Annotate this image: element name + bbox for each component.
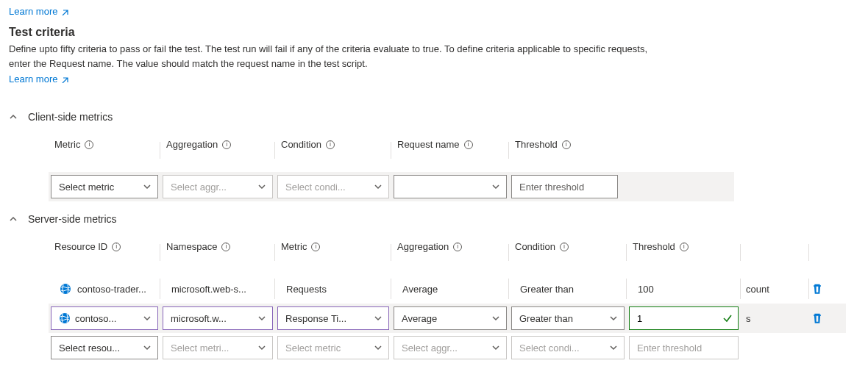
metric-dropdown[interactable]: Select metric <box>51 175 158 198</box>
chevron-down-icon <box>491 314 500 323</box>
namespace-dropdown[interactable]: microsoft.w... <box>163 306 273 330</box>
info-icon[interactable]: i <box>311 243 320 251</box>
namespace-value: microsoft.web-s... <box>163 278 246 301</box>
chevron-down-icon <box>374 314 383 323</box>
chevron-down-icon <box>374 343 383 352</box>
th-metric: Metrici <box>49 129 160 172</box>
metric-dropdown[interactable]: Response Ti... <box>277 306 389 330</box>
th-threshold: Thresholdi <box>627 231 741 274</box>
th-metric: Metrici <box>275 231 391 274</box>
info-icon[interactable]: i <box>222 140 231 149</box>
th-aggregation: Aggregationi <box>391 231 509 274</box>
chevron-down-icon <box>609 314 618 323</box>
section-toggle-server[interactable]: Server-side metrics <box>9 201 859 231</box>
aggregation-dropdown[interactable]: Average <box>394 306 507 330</box>
chevron-up-icon <box>9 112 18 121</box>
condition-dropdown[interactable]: Greater than <box>511 306 625 330</box>
globe-icon <box>60 283 71 295</box>
learn-more-label: Learn more <box>9 6 57 17</box>
metric-dropdown: Select metric <box>277 336 389 359</box>
request-name-dropdown[interactable] <box>394 175 507 198</box>
learn-more-link-top[interactable]: Learn more <box>9 6 68 17</box>
aggregation-dropdown: Select aggr... <box>394 336 507 359</box>
info-icon[interactable]: i <box>112 243 121 251</box>
valid-check-icon <box>722 313 733 323</box>
condition-value: Greater than <box>511 278 574 301</box>
condition-dropdown: Select condi... <box>277 175 389 198</box>
threshold-input[interactable] <box>511 175 618 198</box>
client-metrics-table: Metrici Aggregationi Conditioni Request … <box>49 129 859 201</box>
resource-value: contoso-trader... <box>51 277 146 301</box>
th-condition: Conditioni <box>509 231 627 274</box>
th-resource-id: Resource IDi <box>49 231 160 274</box>
page-title: Test criteria <box>9 26 859 39</box>
section-server-title: Server-side metrics <box>28 213 117 225</box>
server-metrics-table: Resource IDi Namespacei Metrici Aggregat… <box>49 231 859 362</box>
aggregation-dropdown: Select aggr... <box>163 175 273 198</box>
info-icon[interactable]: i <box>85 140 93 149</box>
metric-value: Requests <box>277 278 327 301</box>
chevron-down-icon <box>143 343 152 352</box>
external-link-icon <box>60 75 68 83</box>
delete-row-icon[interactable] <box>811 283 823 295</box>
chevron-down-icon <box>609 343 618 352</box>
chevron-down-icon <box>257 314 266 323</box>
chevron-down-icon <box>257 343 266 352</box>
chevron-down-icon <box>143 314 152 323</box>
th-condition: Conditioni <box>275 129 391 172</box>
info-icon[interactable]: i <box>680 243 689 251</box>
section-client-title: Client-side metrics <box>28 111 113 123</box>
threshold-value: 100 <box>629 278 654 301</box>
info-icon[interactable]: i <box>562 140 571 149</box>
th-unit <box>741 231 809 274</box>
chevron-down-icon <box>491 182 500 191</box>
info-icon[interactable]: i <box>326 140 335 149</box>
page-description: Define upto fifty criteria to pass or fa… <box>9 42 671 71</box>
th-namespace: Namespacei <box>160 231 275 274</box>
external-link-icon <box>60 7 68 15</box>
info-icon[interactable]: i <box>453 243 462 251</box>
globe-icon <box>59 312 71 324</box>
threshold-input <box>629 336 739 359</box>
resource-dropdown[interactable]: contoso... <box>51 306 158 330</box>
chevron-up-icon <box>9 215 18 223</box>
chevron-down-icon <box>491 343 500 352</box>
info-icon[interactable]: i <box>464 140 473 149</box>
section-toggle-client[interactable]: Client-side metrics <box>9 99 859 129</box>
info-icon[interactable]: i <box>560 243 569 251</box>
th-request-name: Request namei <box>391 129 509 172</box>
learn-more-link[interactable]: Learn more <box>9 73 68 85</box>
resource-dropdown[interactable]: Select resou... <box>51 336 158 359</box>
unit-label: count <box>743 284 769 295</box>
delete-row-icon[interactable] <box>811 312 823 324</box>
th-aggregation: Aggregationi <box>160 129 275 172</box>
chevron-down-icon <box>143 182 152 191</box>
info-icon[interactable]: i <box>221 243 230 251</box>
chevron-down-icon <box>374 182 383 191</box>
th-threshold: Thresholdi <box>509 129 734 172</box>
learn-more-label-2: Learn more <box>9 73 57 85</box>
condition-dropdown: Select condi... <box>511 336 625 359</box>
aggregation-value: Average <box>394 278 438 301</box>
unit-label: s <box>743 313 751 324</box>
namespace-dropdown: Select metri... <box>163 336 273 359</box>
chevron-down-icon <box>257 182 266 191</box>
th-action <box>809 231 846 274</box>
